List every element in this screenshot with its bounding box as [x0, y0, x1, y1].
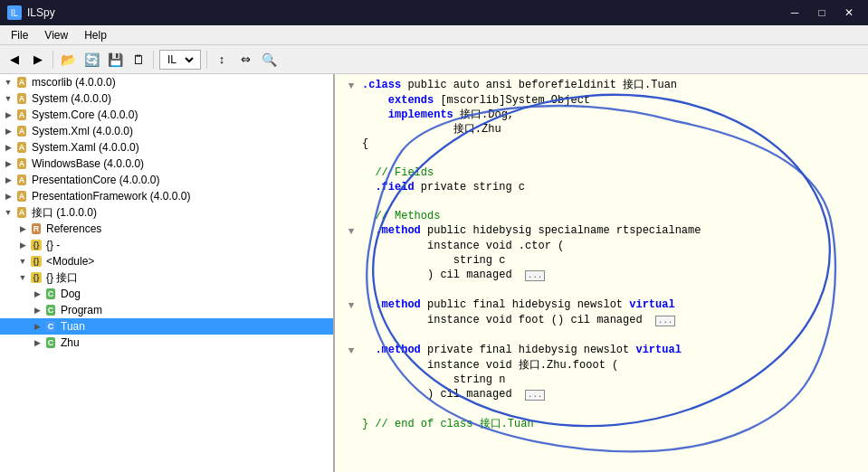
tree-item-icon: {}	[29, 238, 43, 252]
code-content: string n	[360, 373, 505, 387]
tree-expander[interactable]: ▶	[2, 125, 14, 137]
tree-item[interactable]: ▶{}{} -	[0, 237, 333, 253]
code-text: public hidebysig specialname rtspecialna…	[427, 224, 701, 237]
menu-help[interactable]: Help	[77, 27, 114, 43]
tree-expander[interactable]: ▶	[2, 109, 14, 121]
tree-expander[interactable]: ▶	[31, 320, 43, 333]
tree-item[interactable]: ▶CDog	[0, 286, 333, 302]
tree-item[interactable]: ▶CZhu	[0, 335, 333, 351]
code-line: instance void .ctor (	[342, 239, 861, 253]
tree-item[interactable]: ▶RReferences	[0, 221, 333, 237]
tree-item-icon: R	[29, 222, 43, 236]
code-content: .method public final hidebysig newslot v…	[360, 297, 675, 312]
keyword: implements	[362, 109, 460, 121]
tree-item[interactable]: ▶AWindowsBase (4.0.0.0)	[0, 156, 333, 172]
tree-item[interactable]: ▶CTuan	[0, 318, 333, 335]
code-gutter-marker[interactable]: ▼	[342, 343, 360, 358]
tree-item[interactable]: ▶CProgram	[0, 302, 333, 318]
app-title: ILSpy	[27, 6, 55, 19]
search-button[interactable]: 🔍	[258, 49, 280, 71]
sort-button[interactable]: ↕	[211, 49, 233, 71]
tree-item[interactable]: ▶APresentationFramework (4.0.0.0)	[0, 188, 333, 204]
tree-item-icon: A	[14, 108, 29, 122]
tree-expander[interactable]: ▼	[16, 255, 29, 268]
comment: } // end of class 接口.Tuan	[362, 418, 534, 430]
app-icon: IL	[7, 5, 22, 20]
code-line: ) cil managed ...	[342, 268, 861, 283]
tree-item[interactable]: ▶ASystem.Core (4.0.0.0)	[0, 107, 333, 123]
tree-expander[interactable]: ▶	[31, 304, 43, 316]
code-content: .class public auto ansi beforefieldinit …	[360, 78, 677, 92]
code-line	[342, 402, 861, 417]
tree-expander[interactable]: ▶	[16, 222, 29, 235]
title-bar: IL ILSpy ─ □ ✕	[0, 0, 868, 25]
save-csharp-button[interactable]: 💾	[104, 49, 126, 71]
tree-expander[interactable]: ▶	[2, 157, 14, 170]
back-button[interactable]: ◀	[4, 49, 25, 71]
code-line: } // end of class 接口.Tuan	[342, 417, 861, 431]
code-line: instance void 接口.Zhu.fooot (	[342, 358, 861, 373]
tree-item[interactable]: ▼A接口 (1.0.0.0)	[0, 204, 333, 221]
reload-button[interactable]: 🔄	[81, 49, 102, 71]
tree-item-icon: {}	[29, 270, 43, 285]
code-gutter-marker	[342, 239, 360, 240]
code-gutter-marker[interactable]: ▼	[342, 297, 360, 313]
tree-item-label: System.Xml (4.0.0.0)	[32, 125, 133, 137]
language-dropdown[interactable]: IL C#	[159, 50, 201, 70]
tree-expander[interactable]: ▼	[2, 76, 14, 89]
tree-item[interactable]: ▼{}{} 接口	[0, 269, 333, 286]
save-il-button[interactable]: 🗒	[128, 49, 149, 71]
code-text: [mscorlib]System.Object	[440, 94, 590, 107]
code-text: ) cil managed	[362, 269, 525, 281]
tree-item[interactable]: ▼Amscorlib (4.0.0.0)	[0, 74, 333, 90]
code-gutter-marker[interactable]: ▼	[342, 78, 360, 93]
maximize-button[interactable]: □	[810, 4, 834, 22]
minimize-button[interactable]: ─	[783, 4, 806, 22]
code-line: 接口.Zhu	[342, 122, 861, 137]
code-line	[342, 328, 861, 343]
expand-code-button[interactable]: ...	[525, 390, 545, 401]
close-button[interactable]: ✕	[837, 4, 861, 22]
tree-expander[interactable]: ▶	[2, 190, 14, 203]
code-text: instance void .ctor (	[362, 240, 564, 252]
code-text: public auto ansi beforefieldinit 接口.Tuan	[407, 79, 677, 91]
tree-item-label: PresentationCore (4.0.0.0)	[32, 174, 159, 186]
menu-file[interactable]: File	[4, 27, 35, 43]
forward-button[interactable]: ▶	[27, 49, 49, 71]
wordwrap-button[interactable]: ⇔	[234, 49, 256, 71]
tree-expander[interactable]: ▼	[16, 271, 29, 284]
tree-item[interactable]: ▶ASystem.Xml (4.0.0.0)	[0, 123, 333, 139]
tree-item-icon: A	[14, 91, 29, 106]
tree-expander[interactable]: ▶	[2, 174, 14, 186]
tree-expander[interactable]: ▶	[16, 239, 29, 251]
code-line: ▼.class public auto ansi beforefieldinit…	[342, 78, 861, 93]
tree-item-label: Dog	[61, 288, 81, 300]
tree-item[interactable]: ▶ASystem.Xaml (4.0.0.0)	[0, 139, 333, 156]
tree-item[interactable]: ▶APresentationCore (4.0.0.0)	[0, 172, 333, 188]
code-gutter-marker	[342, 108, 360, 109]
tree-expander[interactable]: ▼	[2, 92, 14, 105]
tree-expander[interactable]: ▼	[2, 206, 14, 219]
tree-item-icon: A	[14, 75, 29, 90]
expand-code-button[interactable]: ...	[525, 270, 545, 281]
code-gutter-marker	[342, 283, 360, 284]
menu-view[interactable]: View	[37, 27, 75, 43]
code-content: .method private final hidebysig newslot …	[360, 343, 682, 357]
tree-item[interactable]: ▼{}<Module>	[0, 253, 333, 269]
code-content: // Methods	[360, 209, 440, 223]
tree-expander[interactable]: ▶	[2, 141, 14, 154]
code-gutter-marker	[342, 180, 360, 181]
tree-item-label: PresentationFramework (4.0.0.0)	[32, 190, 190, 203]
open-button[interactable]: 📂	[57, 49, 79, 71]
code-gutter-marker[interactable]: ▼	[342, 223, 360, 239]
tree-expander[interactable]: ▶	[31, 288, 43, 300]
code-line: implements 接口.Dog,	[342, 108, 861, 122]
code-text: 接口.Dog,	[460, 109, 514, 121]
expand-code-button[interactable]: ...	[655, 316, 675, 326]
code-line	[342, 283, 861, 297]
tree-item-icon: C	[43, 335, 58, 350]
tree-expander[interactable]: ▶	[31, 336, 43, 349]
comment: // Fields	[362, 166, 434, 179]
language-select[interactable]: IL C#	[164, 52, 196, 67]
tree-item[interactable]: ▼ASystem (4.0.0.0)	[0, 90, 333, 107]
